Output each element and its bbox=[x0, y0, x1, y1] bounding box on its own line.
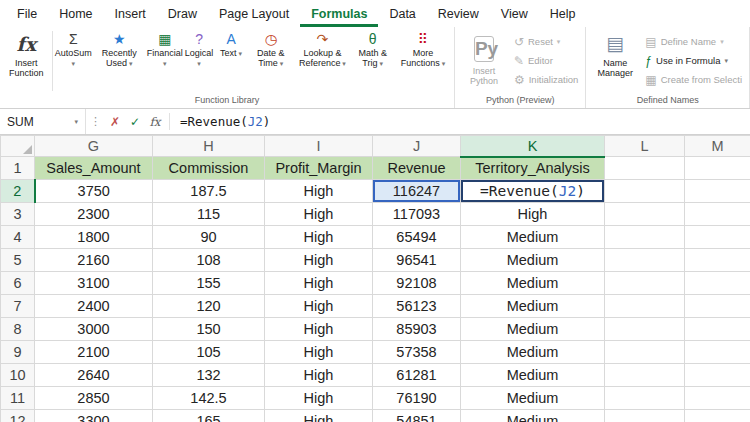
cell-I3[interactable]: High bbox=[265, 203, 373, 226]
ribbon-button-recently-used[interactable]: ★Recently Used ▾ bbox=[92, 28, 146, 68]
cell-L2[interactable] bbox=[605, 180, 685, 203]
row-header-5[interactable]: 5 bbox=[1, 249, 35, 272]
row-header-6[interactable]: 6 bbox=[1, 272, 35, 295]
cell-H7[interactable]: 120 bbox=[153, 295, 265, 318]
cell-K11[interactable]: Medium bbox=[461, 387, 605, 410]
cell-H12[interactable]: 165 bbox=[153, 410, 265, 422]
cell-M11[interactable] bbox=[685, 387, 750, 410]
cell-I8[interactable]: High bbox=[265, 318, 373, 341]
cell-M8[interactable] bbox=[685, 318, 750, 341]
cell-M6[interactable] bbox=[685, 272, 750, 295]
cell-G2[interactable]: 3750 bbox=[35, 180, 153, 203]
cell-I5[interactable]: High bbox=[265, 249, 373, 272]
row-header-10[interactable]: 10 bbox=[1, 364, 35, 387]
cell-J9[interactable]: 57358 bbox=[373, 341, 461, 364]
cell-J5[interactable]: 96541 bbox=[373, 249, 461, 272]
cell-K3[interactable]: High bbox=[461, 203, 605, 226]
cell-I6[interactable]: High bbox=[265, 272, 373, 295]
enter-button[interactable]: ✓ bbox=[125, 109, 145, 134]
cell-H10[interactable]: 132 bbox=[153, 364, 265, 387]
cell-H2[interactable]: 187.5 bbox=[153, 180, 265, 203]
column-header-H[interactable]: H bbox=[153, 136, 265, 157]
ribbon-button-financial[interactable]: ▦Financial ▾ bbox=[146, 28, 183, 68]
cell-G10[interactable]: 2640 bbox=[35, 364, 153, 387]
column-header-J[interactable]: J bbox=[373, 136, 461, 157]
ribbon-item-create-from-selecti[interactable]: ▦Create from Selecti bbox=[641, 70, 746, 89]
cell-K2[interactable]: =Revenue(J2) bbox=[461, 180, 605, 203]
name-box[interactable]: SUM ▾ bbox=[0, 109, 86, 134]
cell-J1[interactable]: Revenue bbox=[373, 157, 461, 180]
cell-I9[interactable]: High bbox=[265, 341, 373, 364]
cell-H1[interactable]: Commission bbox=[153, 157, 265, 180]
cell-H6[interactable]: 155 bbox=[153, 272, 265, 295]
cell-J6[interactable]: 92108 bbox=[373, 272, 461, 295]
cell-K8[interactable]: Medium bbox=[461, 318, 605, 341]
column-header-L[interactable]: L bbox=[605, 136, 685, 157]
cell-L5[interactable] bbox=[605, 249, 685, 272]
cell-G6[interactable]: 3100 bbox=[35, 272, 153, 295]
row-header-9[interactable]: 9 bbox=[1, 341, 35, 364]
row-header-1[interactable]: 1 bbox=[1, 157, 35, 180]
ribbon-button-logical[interactable]: ?Logical ▾ bbox=[183, 28, 215, 68]
cell-G5[interactable]: 2160 bbox=[35, 249, 153, 272]
column-header-I[interactable]: I bbox=[265, 136, 373, 157]
menu-tab-page-layout[interactable]: Page Layout bbox=[208, 0, 300, 27]
cell-G1[interactable]: Sales_Amount bbox=[35, 157, 153, 180]
row-header-3[interactable]: 3 bbox=[1, 203, 35, 226]
cell-G8[interactable]: 3000 bbox=[35, 318, 153, 341]
ribbon-button-lookup-reference[interactable]: ↷Lookup & Reference ▾ bbox=[294, 28, 350, 68]
cell-L7[interactable] bbox=[605, 295, 685, 318]
cell-H5[interactable]: 108 bbox=[153, 249, 265, 272]
ribbon-button-math-trig[interactable]: θMath & Trig ▾ bbox=[350, 28, 395, 68]
cell-M10[interactable] bbox=[685, 364, 750, 387]
cell-I12[interactable]: High bbox=[265, 410, 373, 422]
ribbon-button-date-time[interactable]: ◷Date & Time ▾ bbox=[247, 28, 294, 68]
cell-L12[interactable] bbox=[605, 410, 685, 422]
cell-M12[interactable] bbox=[685, 410, 750, 422]
cell-K7[interactable]: Medium bbox=[461, 295, 605, 318]
row-header-4[interactable]: 4 bbox=[1, 226, 35, 249]
cell-J7[interactable]: 56123 bbox=[373, 295, 461, 318]
cell-K1[interactable]: Territory_Analysis bbox=[461, 157, 605, 180]
cell-I11[interactable]: High bbox=[265, 387, 373, 410]
cell-K12[interactable]: Medium bbox=[461, 410, 605, 422]
cell-M5[interactable] bbox=[685, 249, 750, 272]
cell-I10[interactable]: High bbox=[265, 364, 373, 387]
cell-H4[interactable]: 90 bbox=[153, 226, 265, 249]
insert-function-button[interactable]: fx Insert Function bbox=[3, 28, 50, 79]
name-manager-button[interactable]: ▤ Name Manager bbox=[589, 28, 641, 79]
cell-K6[interactable]: Medium bbox=[461, 272, 605, 295]
cell-M1[interactable] bbox=[685, 157, 750, 180]
cell-G9[interactable]: 2100 bbox=[35, 341, 153, 364]
cell-L9[interactable] bbox=[605, 341, 685, 364]
menu-tab-home[interactable]: Home bbox=[48, 0, 103, 27]
ribbon-item-reset[interactable]: ↺Reset ▾ bbox=[510, 32, 582, 51]
cell-J12[interactable]: 54851 bbox=[373, 410, 461, 422]
menu-tab-view[interactable]: View bbox=[490, 0, 539, 27]
ribbon-item-use-in-formula[interactable]: ƒUse in Formula ▾ bbox=[641, 51, 746, 70]
insert-python-button[interactable]: Py Insert Python bbox=[458, 28, 510, 87]
cancel-button[interactable]: ✗ bbox=[105, 109, 125, 134]
formula-input[interactable]: =Revenue(J2) bbox=[174, 109, 270, 134]
column-header-K[interactable]: K bbox=[461, 136, 605, 157]
cell-J2[interactable]: 116247 bbox=[373, 180, 461, 203]
cell-M9[interactable] bbox=[685, 341, 750, 364]
cell-L11[interactable] bbox=[605, 387, 685, 410]
cell-L8[interactable] bbox=[605, 318, 685, 341]
cell-J4[interactable]: 65494 bbox=[373, 226, 461, 249]
cell-H8[interactable]: 150 bbox=[153, 318, 265, 341]
ribbon-item-editor[interactable]: ✎Editor bbox=[510, 51, 582, 70]
cell-J10[interactable]: 61281 bbox=[373, 364, 461, 387]
ribbon-button-autosum[interactable]: ΣAutoSum ▾ bbox=[55, 28, 92, 68]
cell-G7[interactable]: 2400 bbox=[35, 295, 153, 318]
cell-J8[interactable]: 85903 bbox=[373, 318, 461, 341]
select-all-corner[interactable] bbox=[1, 136, 35, 157]
cell-I7[interactable]: High bbox=[265, 295, 373, 318]
column-header-G[interactable]: G bbox=[35, 136, 153, 157]
ribbon-item-define-name[interactable]: ▤Define Name ▾ bbox=[641, 32, 746, 51]
cell-K10[interactable]: Medium bbox=[461, 364, 605, 387]
cell-I2[interactable]: High bbox=[265, 180, 373, 203]
ribbon-button-text[interactable]: AText ▾ bbox=[215, 28, 247, 58]
cell-I1[interactable]: Profit_Margin bbox=[265, 157, 373, 180]
ribbon-button-more-functions[interactable]: ⠿More Functions ▾ bbox=[395, 28, 451, 68]
